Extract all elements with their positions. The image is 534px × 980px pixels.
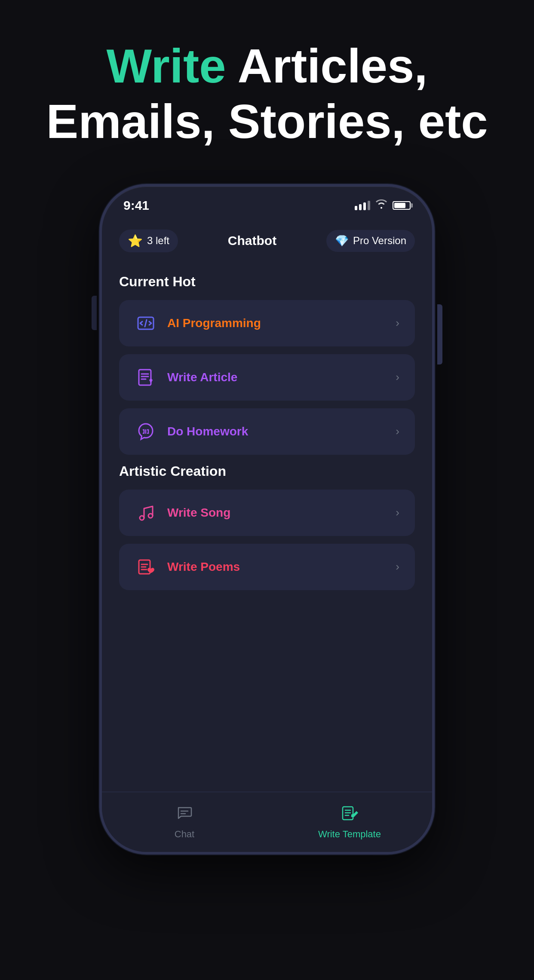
ai-programming-icon — [135, 312, 157, 334]
menu-item-write-poems[interactable]: Write Poems › — [119, 544, 415, 590]
menu-item-write-left: Write Article — [135, 366, 237, 389]
svg-point-3 — [140, 516, 144, 520]
menu-item-song-left: Write Song — [135, 502, 230, 524]
menu-item-do-homework[interactable]: Do Homework › — [119, 408, 415, 455]
write-template-tab-label: Write Template — [318, 829, 381, 840]
tab-write-template[interactable]: Write Template — [267, 792, 432, 852]
stars-count: 3 left — [147, 235, 169, 247]
phone-content: Current Hot AI Programming — [102, 261, 432, 606]
bottom-tab-bar: Chat Write Template — [102, 792, 432, 852]
menu-item-write-song[interactable]: Write Song › — [119, 490, 415, 536]
menu-item-ai-programming[interactable]: AI Programming › — [119, 300, 415, 346]
write-template-tab-icon — [341, 804, 358, 825]
menu-item-ai-left: AI Programming — [135, 312, 261, 334]
battery-icon — [393, 201, 411, 210]
svg-rect-2 — [139, 370, 151, 385]
phone-screen: 9:41 ⭐ 3 l — [99, 184, 435, 854]
nav-title: Chatbot — [228, 233, 276, 248]
status-icons — [355, 199, 411, 211]
signal-icon — [355, 201, 370, 210]
do-homework-chevron: › — [396, 425, 399, 438]
hero-white-text: Articles, — [226, 39, 428, 93]
hero-green-text: Write — [107, 39, 226, 93]
status-time: 9:41 — [123, 198, 149, 213]
menu-item-homework-left: Do Homework — [135, 420, 248, 443]
star-icon: ⭐ — [128, 234, 143, 248]
section-title-artistic: Artistic Creation — [119, 463, 415, 479]
write-song-icon — [135, 502, 157, 524]
write-song-chevron: › — [396, 506, 399, 519]
tab-chat[interactable]: Chat — [102, 792, 267, 852]
write-article-label: Write Article — [167, 371, 237, 384]
status-bar: 9:41 — [102, 187, 432, 217]
do-homework-icon — [135, 420, 157, 443]
wifi-icon — [375, 199, 387, 211]
write-poems-label: Write Poems — [167, 560, 240, 574]
section-title-hot: Current Hot — [119, 274, 415, 290]
svg-point-4 — [148, 514, 153, 518]
ai-programming-label: AI Programming — [167, 316, 261, 330]
hero-title: Write Articles, Emails, Stories, etc — [20, 39, 513, 150]
stars-badge[interactable]: ⭐ 3 left — [119, 230, 178, 252]
write-article-icon — [135, 366, 157, 389]
do-homework-label: Do Homework — [167, 425, 248, 438]
top-nav: ⭐ 3 left Chatbot 💎 Pro Version — [102, 221, 432, 261]
diamond-icon: 💎 — [335, 234, 349, 248]
phone-mockup: 9:41 ⭐ 3 l — [99, 184, 435, 854]
ai-programming-chevron: › — [396, 316, 399, 330]
pro-label: Pro Version — [353, 235, 406, 247]
pro-badge[interactable]: 💎 Pro Version — [326, 230, 415, 252]
menu-item-write-article[interactable]: Write Article › — [119, 354, 415, 401]
write-song-label: Write Song — [167, 506, 230, 520]
chat-tab-label: Chat — [175, 829, 194, 840]
chat-tab-icon — [176, 804, 193, 825]
write-article-chevron: › — [396, 371, 399, 384]
write-poems-chevron: › — [396, 560, 399, 573]
write-poems-icon — [135, 556, 157, 578]
menu-item-poems-left: Write Poems — [135, 556, 240, 578]
hero-line2: Emails, Stories, etc — [46, 95, 488, 148]
